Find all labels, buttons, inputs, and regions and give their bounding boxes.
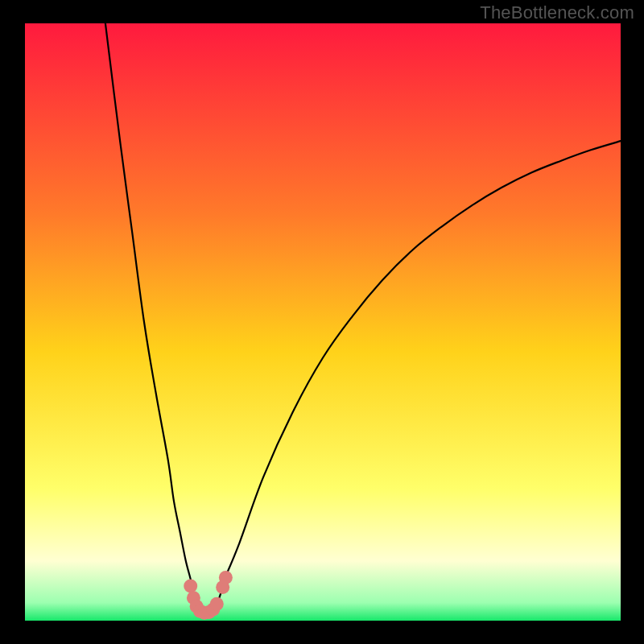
valley-marker [210, 597, 224, 611]
watermark-text: TheBottleneck.com [480, 2, 634, 23]
bottleneck-chart: TheBottleneck.com [0, 0, 644, 644]
valley-marker [184, 579, 197, 592]
valley-marker [219, 571, 233, 584]
chart-svg [0, 0, 644, 644]
chart-plot-area [25, 23, 621, 621]
